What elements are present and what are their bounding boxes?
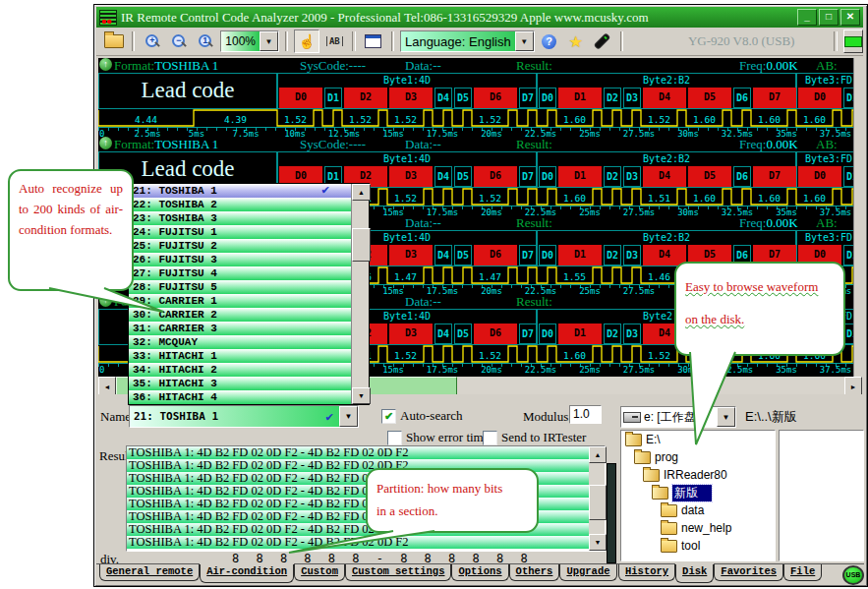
format-name-combo[interactable]: 21: TOSHIBA 1✔ ▼: [129, 405, 359, 428]
folder-name: prog: [655, 450, 678, 464]
modulus-input[interactable]: 1.0: [569, 405, 602, 424]
zoom-in-icon: +: [145, 33, 160, 49]
bit-cell-d4: D4: [643, 166, 686, 187]
tree-item-newhelp[interactable]: new_help: [621, 519, 775, 537]
star-icon: ★: [568, 32, 582, 51]
format-list-item[interactable]: 26: FUJITSU 3: [129, 253, 351, 266]
scroll-up-icon[interactable]: ▲: [589, 446, 607, 463]
bit-cell-d1: D1: [843, 166, 853, 187]
up-arrow-icon[interactable]: ↑: [99, 58, 112, 71]
tab-upgrade[interactable]: Upgrade: [559, 564, 616, 581]
tab-file[interactable]: File: [783, 564, 822, 581]
format-list-item[interactable]: 21: TOSHIBA 1✔: [129, 184, 351, 198]
help-button[interactable]: ?: [538, 30, 561, 52]
tree-item-tool[interactable]: tool: [621, 537, 775, 555]
byte-label: Byte3:FD: [797, 152, 853, 166]
tab-favorites[interactable]: Favorites: [714, 564, 783, 581]
pan-tool-button[interactable]: ☝: [294, 29, 319, 53]
bit-cell-d6: D6: [733, 166, 751, 187]
file-list[interactable]: [779, 430, 864, 561]
favorites-button[interactable]: ★: [564, 30, 588, 52]
tab-disk[interactable]: Disk: [675, 564, 714, 583]
scrollbar-track[interactable]: [457, 377, 844, 394]
bit-cell-d3: D3: [623, 245, 641, 265]
scroll-down-icon[interactable]: ▼: [589, 534, 607, 551]
waveform-row[interactable]: ↑Format:TOSHIBA 1SysCode:----Data:--Resu…: [98, 58, 853, 137]
ab-label: AB:: [816, 137, 838, 152]
bit-cell-d6: D6: [474, 245, 517, 265]
scrollbar-thumb[interactable]: [352, 228, 371, 262]
freq-label: Freq:0.00K: [739, 58, 798, 74]
tab-options[interactable]: Options: [451, 564, 508, 581]
chevron-down-icon[interactable]: ▼: [515, 31, 534, 51]
maximize-button[interactable]: □: [819, 9, 839, 26]
language-combo[interactable]: Language: English ▼: [400, 30, 535, 52]
format-list-item-label: 26: FUJITSU 3: [133, 254, 217, 265]
scrollbar-thumb[interactable]: [589, 485, 607, 520]
zoom-in-button[interactable]: +: [141, 30, 164, 52]
checkbox-icon[interactable]: [387, 431, 402, 445]
data-label: Data:--: [405, 294, 441, 310]
auto-search-checkbox[interactable]: ✔ Auto-search: [381, 408, 463, 424]
svg-text:1.60: 1.60: [563, 350, 586, 361]
folder-tree[interactable]: E:\progIRReader80新版datanew_helptool: [620, 430, 776, 561]
tree-item-irreader80[interactable]: IRReader80: [621, 466, 775, 484]
scroll-left-icon[interactable]: ◄: [98, 377, 116, 396]
close-button[interactable]: ✕: [840, 9, 860, 26]
scrollbar-track[interactable]: [589, 463, 605, 534]
zoom-out-button[interactable]: −: [167, 30, 191, 52]
up-arrow-icon[interactable]: ↑: [99, 137, 112, 149]
bit-cell-d4: D4: [434, 324, 452, 344]
format-list-item[interactable]: 34: HITACHI 2: [129, 363, 351, 377]
tab-air-condition[interactable]: Air-condition: [200, 564, 294, 583]
hand-icon: ☝: [299, 33, 316, 49]
format-list-item[interactable]: 35: HITACHI 3: [129, 377, 351, 390]
minimize-button[interactable]: _: [797, 9, 817, 26]
checkbox-checked-icon[interactable]: ✔: [381, 409, 396, 424]
list-scrollbar[interactable]: ▲ ▼: [351, 184, 369, 404]
bit-cell-d7: D7: [753, 166, 796, 187]
zoom-reset-button[interactable]: 1: [194, 30, 217, 52]
annotation-bubble-formats: Auto recognize up to 200 kinds of air-co…: [8, 169, 134, 291]
tab-others[interactable]: Others: [509, 564, 560, 581]
tab-custom-settings[interactable]: Custom settings: [345, 564, 452, 581]
window-title: IR Remote Control Code Analyzer 2009 - P…: [121, 10, 649, 26]
scroll-right-icon[interactable]: ►: [844, 377, 862, 396]
tab-history[interactable]: History: [618, 564, 675, 581]
disk-drive-icon: [623, 412, 641, 423]
panel-splitter[interactable]: [607, 463, 616, 563]
zoom-level-combo[interactable]: 100% ▼: [220, 30, 279, 52]
tree-item-prog[interactable]: prog: [621, 448, 775, 466]
tree-item-root[interactable]: 新版: [621, 484, 775, 501]
chevron-down-icon[interactable]: ▼: [339, 406, 358, 427]
format-list-item[interactable]: 33: HITACHI 1: [129, 349, 351, 363]
show-error-time-checkbox[interactable]: Show error time: [387, 430, 489, 445]
tab-custom[interactable]: Custom: [294, 564, 345, 581]
modulus-label: Modulus:: [523, 409, 572, 425]
scroll-up-icon[interactable]: ▲: [352, 184, 371, 201]
open-file-button[interactable]: [102, 30, 126, 52]
chevron-down-icon[interactable]: ▼: [260, 31, 278, 51]
connection-led-button[interactable]: [843, 29, 863, 53]
bit-cell-d0: D0: [539, 245, 556, 265]
svg-text:1.52: 1.52: [479, 350, 501, 361]
format-list-item[interactable]: 31: CARRIER 3: [129, 322, 351, 335]
title-bar[interactable]: IR Remote Control Code Analyzer 2009 - P…: [96, 7, 863, 28]
tab-general-remote[interactable]: General remote: [99, 564, 200, 581]
measure-ab-button[interactable]: AB: [322, 30, 346, 52]
send-to-irtester-checkbox[interactable]: Send to IRTester: [483, 430, 586, 445]
format-list-item[interactable]: 22: TOSHIBA 2: [129, 198, 351, 211]
format-list-item[interactable]: 27: FUJITSU 4: [129, 266, 351, 280]
format-list-item[interactable]: 32: MCQUAY: [129, 335, 351, 349]
scroll-down-icon[interactable]: ▼: [352, 387, 371, 404]
format-list-item[interactable]: 23: TOSHIBA 3: [129, 211, 351, 225]
scrollbar-track[interactable]: [352, 201, 369, 387]
remote-button[interactable]: [591, 30, 614, 52]
format-list-item[interactable]: 36: HITACHI 4: [129, 390, 351, 404]
new-window-button[interactable]: [362, 30, 385, 52]
format-list-item[interactable]: 25: FUJITSU 2: [129, 239, 351, 253]
format-list-item[interactable]: 24: FUJITSU 1: [129, 225, 351, 239]
tree-item-data[interactable]: data: [621, 501, 775, 519]
result-scrollbar[interactable]: ▲ ▼: [589, 446, 605, 551]
checkbox-icon[interactable]: [483, 431, 497, 445]
